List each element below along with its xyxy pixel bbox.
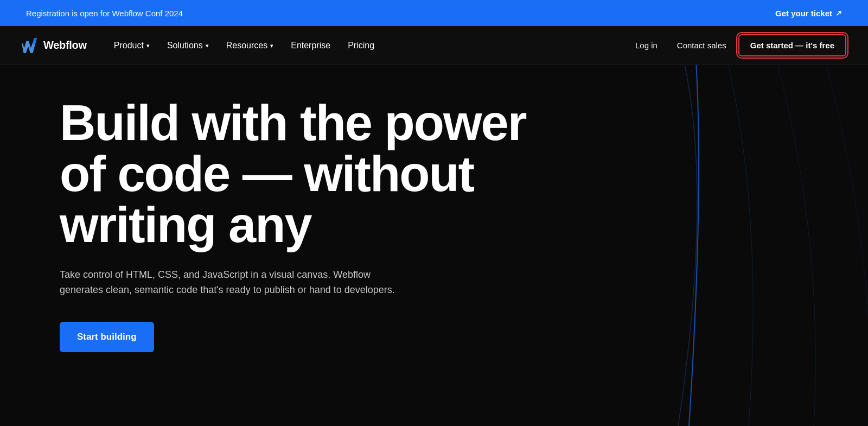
announcement-text: Registration is open for Webflow Conf 20… — [26, 9, 183, 18]
logo[interactable]: Webflow — [22, 38, 87, 53]
webflow-logo-icon — [22, 38, 39, 53]
chevron-down-icon: ▾ — [206, 42, 209, 49]
announcement-link[interactable]: Get your ticket ↗ — [775, 9, 842, 18]
nav-item-solutions[interactable]: Solutions ▾ — [159, 36, 216, 55]
external-link-icon: ↗ — [835, 9, 842, 17]
nav-enterprise-label: Enterprise — [291, 41, 330, 50]
chevron-down-icon: ▾ — [270, 42, 273, 49]
hero-subtitle: Take control of HTML, CSS, and JavaScrip… — [60, 268, 396, 298]
announcement-link-text: Get your ticket — [775, 9, 832, 18]
get-started-button[interactable]: Get started — it's free — [738, 34, 846, 56]
nav-item-resources[interactable]: Resources ▾ — [219, 36, 281, 55]
logo-text: Webflow — [43, 39, 87, 52]
chevron-down-icon: ▾ — [146, 42, 150, 49]
nav-item-product[interactable]: Product ▾ — [106, 36, 157, 55]
announcement-bar: Registration is open for Webflow Conf 20… — [0, 0, 868, 26]
nav-right: Log in Contact sales Get started — it's … — [628, 34, 846, 56]
nav-pricing-label: Pricing — [348, 41, 374, 50]
hero-title: Build with the power of code — without w… — [60, 98, 548, 250]
nav-item-pricing[interactable]: Pricing — [340, 36, 382, 55]
nav-resources-label: Resources — [226, 41, 267, 50]
nav-product-label: Product — [114, 41, 144, 50]
hero-content: Build with the power of code — without w… — [60, 98, 548, 352]
contact-sales-button[interactable]: Contact sales — [669, 36, 734, 54]
nav-item-enterprise[interactable]: Enterprise — [283, 36, 338, 55]
nav-links: Product ▾ Solutions ▾ Resources ▾ Enterp… — [106, 36, 628, 55]
start-building-button[interactable]: Start building — [60, 322, 154, 352]
main-nav: Webflow Product ▾ Solutions ▾ Resources … — [0, 26, 868, 65]
login-button[interactable]: Log in — [628, 36, 665, 54]
nav-solutions-label: Solutions — [167, 41, 203, 50]
hero-section: Build with the power of code — without w… — [0, 65, 868, 426]
